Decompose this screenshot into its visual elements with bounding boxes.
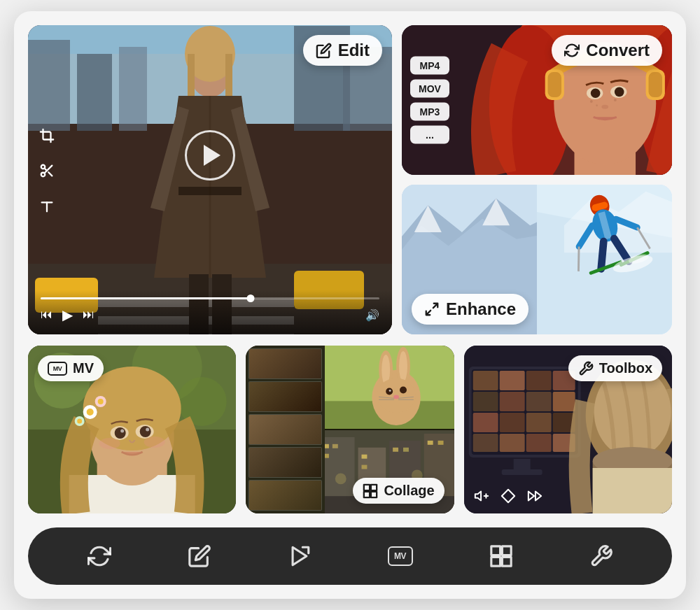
volume-icon[interactable]: 🔊 [365, 308, 379, 322]
nav-edit[interactable] [175, 539, 224, 574]
toolbox-card[interactable]: Toolbox [464, 346, 672, 513]
edit-badge[interactable]: Edit [303, 35, 382, 66]
svg-rect-21 [178, 187, 241, 195]
svg-point-70 [178, 377, 227, 426]
convert-badge-icon [564, 43, 580, 58]
bottom-cards-row: MV MV [28, 346, 672, 513]
fast-forward-icon[interactable] [527, 488, 542, 504]
edit-card[interactable]: Edit ⏮ ▶ ⏭ 🔊 [28, 25, 392, 334]
enhance-nav-icon [288, 544, 312, 568]
bottom-navigation: MV [28, 527, 672, 585]
svg-rect-112 [325, 454, 329, 458]
toolbox-nav-icon [589, 544, 613, 568]
edit-nav-icon [188, 544, 211, 568]
mv-label: MV [73, 360, 94, 376]
format-labels: MP4 MOV MP3 ... [410, 57, 449, 144]
convert-label: Convert [586, 41, 650, 60]
svg-rect-111 [332, 444, 338, 448]
mv-card[interactable]: MV MV [28, 346, 236, 513]
svg-rect-4 [77, 54, 112, 131]
convert-badge[interactable]: Convert [552, 35, 662, 66]
svg-point-98 [400, 387, 407, 394]
left-toolbar [36, 125, 57, 216]
svg-point-40 [590, 100, 593, 103]
format-more[interactable]: ... [410, 126, 449, 144]
svg-rect-110 [325, 444, 329, 448]
enhance-badge[interactable]: Enhance [412, 294, 528, 325]
diamond-icon[interactable] [500, 488, 516, 504]
collage-card[interactable]: Collage [246, 346, 454, 513]
nav-mv[interactable]: MV [375, 541, 426, 572]
skip-forward-icon[interactable]: ⏭ [83, 308, 94, 322]
svg-line-26 [44, 168, 47, 171]
svg-rect-145 [513, 459, 530, 469]
text-icon[interactable] [36, 195, 57, 216]
svg-rect-161 [491, 557, 500, 566]
svg-point-86 [146, 428, 149, 432]
svg-rect-143 [526, 434, 551, 452]
svg-point-78 [98, 399, 104, 404]
crop-icon[interactable] [36, 125, 57, 146]
svg-line-25 [48, 172, 52, 176]
svg-point-39 [601, 105, 608, 109]
svg-point-83 [115, 427, 126, 439]
collage-badge[interactable]: Collage [353, 478, 444, 504]
svg-rect-137 [472, 413, 498, 432]
svg-marker-152 [475, 492, 480, 501]
nav-collage[interactable] [477, 539, 526, 574]
toolbox-badge-icon [578, 361, 594, 376]
svg-rect-135 [526, 392, 551, 411]
svg-rect-3 [28, 40, 70, 131]
svg-rect-160 [502, 546, 511, 555]
edit-badge-icon [316, 43, 332, 59]
enhance-card[interactable]: Enhance [402, 185, 672, 334]
skip-back-icon[interactable]: ⏮ [41, 308, 52, 322]
format-mp3[interactable]: MP3 [410, 103, 449, 121]
nav-enhance[interactable] [275, 539, 324, 574]
svg-rect-139 [526, 413, 551, 432]
svg-point-76 [87, 409, 94, 416]
play-ctrl-icon[interactable]: ▶ [62, 306, 73, 323]
svg-point-100 [393, 395, 399, 399]
edit-label: Edit [338, 41, 370, 60]
collage-label: Collage [384, 483, 434, 499]
svg-rect-151 [592, 468, 672, 513]
svg-rect-122 [364, 484, 370, 490]
svg-point-85 [120, 430, 124, 433]
svg-marker-158 [293, 547, 307, 565]
svg-rect-124 [364, 491, 370, 497]
scissors-icon[interactable] [36, 160, 57, 181]
app-container: Edit ⏮ ▶ ⏭ 🔊 [14, 11, 686, 599]
video-controls: ⏮ ▶ ⏭ 🔊 [28, 290, 392, 334]
enhance-label: Enhance [446, 299, 516, 319]
mv-badge-icon: MV [48, 362, 67, 376]
svg-point-95 [399, 351, 407, 382]
svg-rect-134 [499, 392, 524, 411]
format-mov[interactable]: MOV [410, 80, 449, 98]
svg-point-80 [77, 419, 82, 424]
svg-rect-118 [438, 441, 444, 445]
svg-rect-115 [393, 448, 398, 452]
svg-rect-141 [472, 434, 498, 452]
mv-nav-icon: MV [388, 546, 413, 566]
svg-point-99 [389, 390, 391, 392]
nav-toolbox[interactable] [577, 539, 626, 574]
nav-convert[interactable] [75, 539, 124, 574]
svg-rect-125 [371, 491, 377, 497]
convert-card[interactable]: MP4 MOV MP3 ... Convert [402, 25, 672, 175]
svg-marker-155 [501, 490, 514, 502]
svg-rect-45 [548, 72, 561, 97]
svg-rect-136 [552, 392, 575, 411]
toolbox-badge[interactable]: Toolbox [568, 355, 662, 381]
svg-rect-159 [491, 546, 500, 555]
volume-plus-icon[interactable] [474, 488, 489, 504]
svg-rect-116 [403, 448, 409, 452]
play-button[interactable] [185, 130, 235, 180]
format-mp4[interactable]: MP4 [410, 57, 449, 75]
svg-rect-133 [472, 392, 498, 411]
collage-nav-icon [489, 544, 513, 568]
mv-badge[interactable]: MV MV [38, 355, 104, 381]
svg-rect-142 [499, 434, 524, 452]
main-grid: Edit ⏮ ▶ ⏭ 🔊 [28, 25, 672, 334]
progress-bar[interactable] [41, 297, 379, 299]
